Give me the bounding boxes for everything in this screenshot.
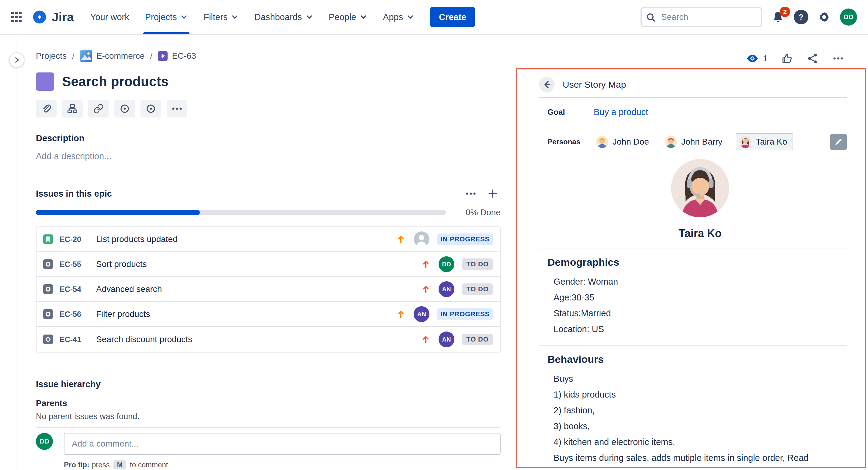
attach-button[interactable] — [36, 100, 57, 117]
hierarchy-icon — [67, 104, 78, 114]
issue-hierarchy-section: Issue hierarchy Parents No parent issues… — [36, 379, 501, 428]
status-badge[interactable]: IN PROGRESS — [437, 309, 493, 320]
demographic-item: Age:30-35 — [554, 290, 847, 305]
assignee-avatar[interactable]: AN — [439, 281, 454, 297]
issue-row[interactable]: EC-55 Sort products DD TO DO — [36, 252, 500, 277]
nav-your-work[interactable]: Your work — [83, 0, 137, 34]
persona-avatar-icon — [739, 136, 751, 148]
jira-logo[interactable]: Jira — [27, 9, 83, 25]
nav-filters[interactable]: Filters — [195, 0, 246, 34]
gear-icon — [818, 11, 830, 23]
epic-more-button[interactable] — [465, 187, 477, 200]
create-button[interactable]: Create — [430, 7, 475, 27]
assignee-avatar[interactable]: AN — [439, 331, 454, 347]
status-badge[interactable]: IN PROGRESS — [437, 233, 493, 245]
expand-sidebar-button[interactable] — [9, 52, 24, 67]
add-app-button-2[interactable] — [141, 100, 161, 117]
breadcrumb-projects[interactable]: Projects — [36, 51, 67, 61]
breadcrumb-project-link[interactable]: E-commerce — [96, 51, 145, 61]
issue-quick-actions — [36, 100, 501, 117]
issue-row[interactable]: EC-41 Search discount products AN TO DO — [36, 327, 500, 352]
issues-in-epic-heading: Issues in this epic — [36, 189, 112, 199]
issue-key[interactable]: EC-41 — [60, 335, 88, 344]
issue-title-row: Search products — [36, 72, 501, 91]
watch-button[interactable]: 1 — [746, 52, 768, 64]
issue-key[interactable]: EC-56 — [60, 310, 88, 319]
issue-hierarchy-heading: Issue hierarchy — [36, 379, 501, 389]
issue-key[interactable]: EC-54 — [60, 285, 88, 294]
divider — [539, 97, 847, 98]
notifications-button[interactable]: 2 — [772, 11, 784, 23]
issue-title[interactable]: Advanced search — [96, 284, 162, 294]
breadcrumb-issue-link[interactable]: EC-63 — [172, 51, 196, 61]
assignee-avatar[interactable]: AN — [414, 306, 429, 322]
persona-chip-john-doe[interactable]: John Doe — [594, 133, 653, 150]
more-quick-actions-button[interactable] — [167, 100, 187, 117]
priority-up-icon — [421, 259, 431, 269]
user-avatar[interactable]: DD — [840, 8, 857, 26]
nav-apps[interactable]: Apps — [375, 0, 422, 34]
add-app-button[interactable] — [114, 100, 135, 117]
status-badge[interactable]: TO DO — [462, 334, 493, 345]
divider — [539, 248, 847, 248]
behaviour-item: 1) kids products — [554, 387, 847, 403]
persona-avatar-icon — [665, 136, 677, 148]
issue-title[interactable]: Sort products — [96, 259, 147, 269]
description-placeholder[interactable]: Add a description... — [36, 151, 501, 161]
breadcrumb: Projects / E-commerce / EC-63 — [36, 50, 501, 62]
page-title: Search products — [62, 74, 168, 89]
description-heading: Description — [36, 133, 501, 143]
target-icon — [120, 104, 130, 114]
more-actions-button[interactable] — [832, 52, 844, 64]
chevron-right-icon — [13, 56, 20, 64]
nav-projects[interactable]: Projects — [137, 0, 196, 34]
issue-row[interactable]: EC-20 List products updated IN PROGRESS — [36, 227, 500, 252]
goal-label: Goal — [548, 108, 594, 117]
persona-name-heading: Taira Ko — [554, 227, 847, 240]
share-button[interactable] — [807, 52, 819, 64]
user-story-map-panel: User Story Map Goal Buy a product Person… — [516, 68, 866, 468]
issue-key[interactable]: EC-20 — [60, 235, 88, 244]
persona-name: Taira Ko — [756, 137, 787, 147]
issue-meta-actions: 1 — [746, 52, 844, 64]
no-parents-message: No parent issues was found. — [36, 412, 501, 421]
settings-button[interactable] — [818, 11, 830, 23]
persona-portrait — [671, 159, 729, 217]
persona-avatar-icon — [596, 136, 608, 148]
issue-title[interactable]: Search discount products — [96, 334, 192, 344]
status-badge[interactable]: TO DO — [462, 259, 493, 270]
like-button[interactable] — [781, 52, 793, 64]
comment-input[interactable] — [64, 433, 501, 455]
status-badge[interactable]: TO DO — [462, 284, 493, 295]
add-issue-button[interactable] — [487, 188, 498, 199]
behaviour-item: 4) kitchen and electronic items. — [554, 434, 847, 450]
link-issue-button[interactable] — [88, 100, 109, 117]
back-button[interactable] — [539, 77, 555, 92]
epic-issue-list: EC-20 List products updated IN PROGRESS … — [36, 227, 501, 353]
search-input[interactable] — [641, 7, 762, 27]
priority-up-icon — [396, 234, 406, 244]
nav-people[interactable]: People — [321, 0, 375, 34]
add-child-issue-button[interactable] — [62, 100, 83, 117]
chevron-down-icon — [231, 13, 239, 21]
persona-chip-john-barry[interactable]: John Barry — [662, 133, 726, 150]
plus-icon — [487, 188, 498, 199]
goal-link[interactable]: Buy a product — [594, 107, 648, 117]
issue-row[interactable]: EC-54 Advanced search AN TO DO — [36, 277, 500, 302]
selected-persona: Taira Ko — [539, 159, 847, 240]
breadcrumb-issue: EC-63 — [158, 51, 196, 61]
persona-chip-taira-ko[interactable]: Taira Ko — [736, 133, 793, 150]
behaviours-heading: Behaviours — [548, 353, 847, 365]
issue-title[interactable]: List products updated — [96, 234, 178, 244]
issue-title[interactable]: Filter products — [96, 309, 150, 319]
issue-key[interactable]: EC-55 — [60, 260, 88, 269]
nav-dashboards[interactable]: Dashboards — [246, 0, 320, 34]
chevron-down-icon — [180, 13, 188, 21]
help-button[interactable]: ? — [794, 10, 808, 24]
assignee-avatar-unassigned[interactable] — [414, 231, 429, 247]
app-switcher-button[interactable] — [6, 7, 27, 27]
issue-row[interactable]: EC-56 Filter products AN IN PROGRESS — [36, 302, 500, 327]
edit-personas-button[interactable] — [830, 134, 847, 150]
assignee-avatar[interactable]: DD — [439, 256, 454, 272]
link-icon — [93, 104, 104, 114]
